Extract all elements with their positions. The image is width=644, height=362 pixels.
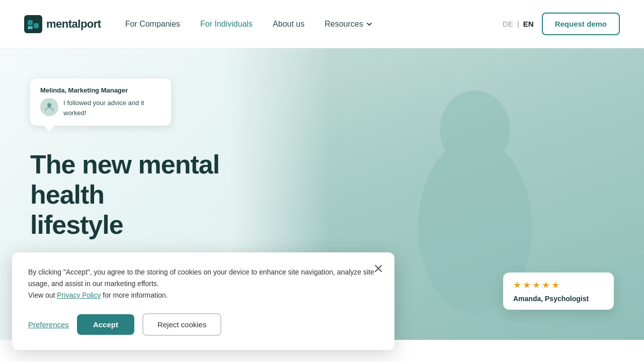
accept-button[interactable]: Accept [77,314,134,335]
svg-point-6 [47,103,51,107]
logo-link[interactable]: mentalport [24,15,101,33]
chat-bubble-header: Melinda, Marketing Manager [40,86,161,94]
nav-for-individuals[interactable]: For Individuals [200,20,253,29]
request-demo-button[interactable]: Request demo [542,13,620,35]
star-rating: ★ ★ ★ ★ ★ [513,280,604,291]
language-switcher: DE | EN [503,20,534,28]
reject-cookies-button[interactable]: Reject cookies [142,313,222,336]
psychologist-name: Amanda, Psychologist [513,295,604,303]
svg-rect-3 [28,26,33,29]
cookie-text: By clicking "Accept", you agree to the s… [28,266,378,301]
logo-icon [24,15,42,33]
preferences-button[interactable]: Preferences [28,320,69,329]
svg-rect-1 [28,20,33,25]
star-4: ★ [542,280,550,291]
chat-avatar [40,98,58,116]
lang-en[interactable]: EN [523,20,534,28]
navigation: mentalport For Companies For Individuals… [0,0,644,48]
hero-content: Melinda, Marketing Manager I followed yo… [0,48,322,260]
privacy-policy-link[interactable]: Privacy Policy [57,291,101,299]
cookie-close-button[interactable] [370,260,386,277]
svg-rect-2 [34,23,39,28]
logo-text: mentalport [46,18,101,31]
star-3: ★ [532,280,540,291]
chat-bubble-body: I followed your advice and it worked! [40,98,161,118]
cookie-banner: By clicking "Accept", you agree to the s… [12,252,394,340]
psychologist-card: ★ ★ ★ ★ ★ Amanda, Psychologist [503,273,614,310]
close-icon [373,263,383,274]
star-1: ★ [513,280,521,291]
nav-resources[interactable]: Resources [325,20,373,29]
nav-about-us[interactable]: About us [273,20,304,29]
star-2: ★ [523,280,531,291]
lang-de[interactable]: DE [503,20,513,28]
nav-for-companies[interactable]: For Companies [125,20,180,29]
hero-heading: The new mental health lifestyle [30,150,292,240]
chevron-down-icon [365,20,373,28]
svg-rect-0 [24,15,42,33]
cookie-actions: Preferences Accept Reject cookies [28,313,378,336]
avatar-icon [43,101,55,113]
nav-right: DE | EN Request demo [503,13,620,35]
chat-bubble: Melinda, Marketing Manager I followed yo… [30,78,171,126]
nav-links: For Companies For Individuals About us R… [125,20,503,29]
chat-message: I followed your advice and it worked! [63,98,161,118]
star-5: ★ [551,280,559,291]
lang-divider: | [517,20,519,28]
